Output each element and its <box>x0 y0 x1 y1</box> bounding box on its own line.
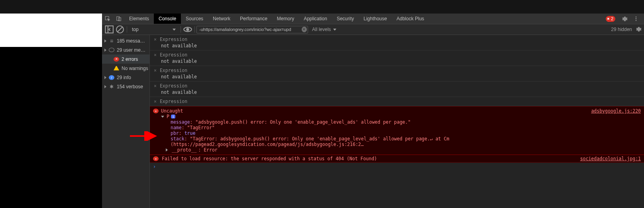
tab-sources[interactable]: Sources <box>181 14 208 24</box>
context-value: top <box>132 27 139 32</box>
tab-console[interactable]: Console <box>154 14 181 24</box>
info-icon <box>109 75 114 80</box>
svg-point-3 <box>636 16 636 17</box>
devtools-tabs: Elements Console Sources Network Perform… <box>102 14 644 24</box>
tab-adblock[interactable]: Adblock Plus <box>392 14 429 24</box>
hidden-count[interactable]: 29 hidden <box>611 27 632 32</box>
sidebar-item-2[interactable]: 2 errors <box>102 54 149 64</box>
console-messages: ×Expressionnot available×Expressionnot a… <box>150 35 644 208</box>
close-icon[interactable]: × <box>154 83 157 89</box>
sidebar-item-0[interactable]: 185 messa… <box>102 36 149 45</box>
info-badge-icon[interactable]: i <box>171 115 175 119</box>
source-link[interactable]: sociedadcolonial.jpg:1 <box>580 156 641 161</box>
toggle-sidebar-icon[interactable] <box>104 24 115 35</box>
device-toggle-icon[interactable] <box>113 14 124 24</box>
sidebar-label: 185 messa… <box>117 38 145 44</box>
user-icon <box>109 48 114 52</box>
sidebar-item-4[interactable]: 29 info <box>102 73 149 82</box>
error-icon <box>153 156 159 161</box>
filter-input[interactable] <box>199 27 302 32</box>
sidebar-label: No warnings <box>122 66 148 71</box>
tab-memory[interactable]: Memory <box>272 14 299 24</box>
live-expression: ×Expressionnot available <box>150 51 644 66</box>
console-toolbar: top ✕ All levels 29 hidden <box>102 24 644 35</box>
sidebar-label: 154 verbose <box>117 84 143 89</box>
sidebar-label: 29 user me… <box>117 47 145 53</box>
error-class: P <box>167 114 169 119</box>
error-message: Failed to load resource: the server resp… <box>162 156 377 161</box>
expression-title: Expression <box>160 52 187 58</box>
svg-point-4 <box>636 18 636 19</box>
expression-value: not available <box>161 43 644 49</box>
inspect-icon[interactable] <box>102 14 113 24</box>
filter-box[interactable]: ✕ <box>196 26 308 33</box>
live-expression: ×Expressionnot available <box>150 35 644 51</box>
warn-icon <box>114 66 119 70</box>
expression-title: Expression <box>160 83 187 89</box>
error-count-badge[interactable]: 2 <box>606 16 615 22</box>
expression-title: Expression <box>160 68 187 73</box>
expand-icon <box>104 76 106 79</box>
error-entry[interactable]: Uncaughtadsbygoogle.js:220Pimessage: "ad… <box>150 106 644 155</box>
expression-value: not available <box>161 58 644 64</box>
tab-lighthouse[interactable]: Lighthouse <box>359 14 392 24</box>
log-levels-select[interactable]: All levels <box>312 27 336 32</box>
clear-filter-icon[interactable]: ✕ <box>302 27 307 32</box>
kebab-icon[interactable] <box>630 16 642 21</box>
sidebar-item-1[interactable]: 29 user me… <box>102 45 149 54</box>
svg-point-11 <box>187 28 188 30</box>
live-expression-icon[interactable] <box>183 24 193 35</box>
expression-title: Expression <box>160 37 187 42</box>
context-select[interactable]: top <box>129 25 179 33</box>
close-icon[interactable]: × <box>154 99 157 104</box>
error-icon <box>114 57 119 62</box>
live-expression: ×Expressionnot available <box>150 66 644 82</box>
live-expression: ×Expression <box>150 97 644 106</box>
close-icon[interactable]: × <box>154 37 157 42</box>
live-expression: ×Expressionnot available <box>150 82 644 97</box>
sidebar-item-3[interactable]: No warnings <box>102 64 149 73</box>
devtools-panel: Elements Console Sources Network Perform… <box>102 14 644 208</box>
chevron-down-icon[interactable] <box>161 116 164 118</box>
sidebar-label: 29 info <box>117 75 131 80</box>
tab-elements[interactable]: Elements <box>124 14 154 24</box>
close-icon[interactable]: × <box>154 52 157 58</box>
expand-icon <box>104 39 106 43</box>
gear-icon[interactable] <box>619 16 630 21</box>
tab-security[interactable]: Security <box>332 14 359 24</box>
expand-icon <box>104 85 106 88</box>
list-icon <box>109 38 114 44</box>
chevron-right-icon[interactable] <box>166 148 169 152</box>
console-sidebar: 185 messa…29 user me…2 errorsNo warnings… <box>102 35 150 208</box>
error-head: Uncaught <box>161 108 183 114</box>
sidebar-item-5[interactable]: 154 verbose <box>102 82 149 91</box>
tab-performance[interactable]: Performance <box>235 14 272 24</box>
expression-title: Expression <box>160 99 187 104</box>
clear-console-icon[interactable] <box>115 24 125 35</box>
source-link[interactable]: adsbygoogle.js:220 <box>591 108 641 114</box>
console-prompt[interactable]: › <box>150 163 644 171</box>
expression-value: not available <box>161 74 644 80</box>
svg-rect-1 <box>117 17 120 21</box>
expression-value: not available <box>161 89 644 95</box>
console-settings-icon[interactable] <box>636 26 642 33</box>
tab-network[interactable]: Network <box>208 14 235 24</box>
sidebar-label: 2 errors <box>122 56 138 62</box>
close-icon[interactable]: × <box>154 68 157 73</box>
error-icon <box>153 109 159 113</box>
verbose-icon <box>109 84 114 89</box>
error-entry[interactable]: Failed to load resource: the server resp… <box>150 155 644 163</box>
tab-application[interactable]: Application <box>299 14 332 24</box>
svg-point-5 <box>636 20 636 21</box>
expand-icon <box>104 49 106 52</box>
svg-line-9 <box>118 27 123 32</box>
